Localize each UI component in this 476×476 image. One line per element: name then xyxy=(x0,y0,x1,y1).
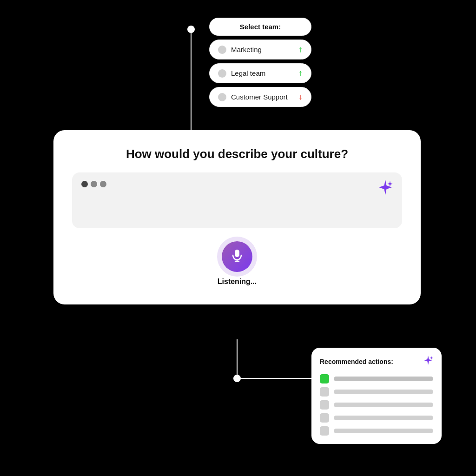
team-option-customer-support[interactable]: Customer Support ↓ xyxy=(209,87,311,107)
trend-up-marketing: ↑ xyxy=(298,45,303,54)
listening-text: Listening... xyxy=(218,278,257,286)
team-label-customer-support: Customer Support xyxy=(231,93,294,101)
action-checkbox-2[interactable] xyxy=(320,387,329,397)
team-radio-legal xyxy=(218,69,226,78)
action-checkbox-5[interactable] xyxy=(320,426,329,436)
team-radio-customer-support xyxy=(218,93,226,101)
action-item-5[interactable] xyxy=(320,426,433,436)
action-item-4[interactable] xyxy=(320,413,433,423)
team-selector: Select team: Marketing ↑ Legal team ↑ Cu… xyxy=(209,18,311,107)
team-label-legal: Legal team xyxy=(231,69,294,77)
connector-line-bottom-h xyxy=(237,378,314,379)
team-selector-header: Select team: xyxy=(209,18,311,36)
action-bar-1 xyxy=(334,377,433,381)
recommended-header: Recommended actions: xyxy=(320,355,433,368)
action-checkbox-1[interactable] xyxy=(320,374,329,383)
mic-section: Listening... xyxy=(72,241,402,286)
connector-line-top xyxy=(191,29,192,136)
action-bar-3 xyxy=(334,403,433,407)
team-option-marketing[interactable]: Marketing ↑ xyxy=(209,40,311,60)
sparkle-icon xyxy=(377,179,394,199)
action-list xyxy=(320,374,433,436)
team-label-marketing: Marketing xyxy=(231,46,294,53)
action-bar-4 xyxy=(334,416,433,420)
text-area-wrapper xyxy=(72,172,402,228)
recommended-panel: Recommended actions: xyxy=(311,348,442,444)
dot-3 xyxy=(100,181,106,187)
trend-up-legal: ↑ xyxy=(298,68,303,78)
recommended-sparkle-icon xyxy=(423,355,433,368)
mic-icon xyxy=(231,249,244,265)
action-item-2[interactable] xyxy=(320,387,433,397)
team-option-legal[interactable]: Legal team ↑ xyxy=(209,63,311,83)
main-card-title: How would you describe your culture? xyxy=(72,147,402,161)
recommended-title: Recommended actions: xyxy=(320,358,393,365)
dot-2 xyxy=(91,181,97,187)
connector-dot-top xyxy=(187,26,195,33)
action-checkbox-4[interactable] xyxy=(320,413,329,423)
main-card: How would you describe your culture? xyxy=(53,130,421,304)
action-bar-5 xyxy=(334,429,433,433)
trend-down-customer-support: ↓ xyxy=(298,92,303,102)
svg-rect-0 xyxy=(235,250,239,257)
mic-button[interactable] xyxy=(222,241,252,272)
team-radio-marketing xyxy=(218,46,226,54)
dot-1 xyxy=(81,181,88,187)
text-area-dots xyxy=(81,181,393,187)
action-bar-2 xyxy=(334,390,433,394)
action-item-3[interactable] xyxy=(320,400,433,410)
connector-line-bottom xyxy=(237,339,238,377)
connector-dot-bottom xyxy=(233,375,241,382)
action-checkbox-3[interactable] xyxy=(320,400,329,410)
action-item-1[interactable] xyxy=(320,374,433,383)
